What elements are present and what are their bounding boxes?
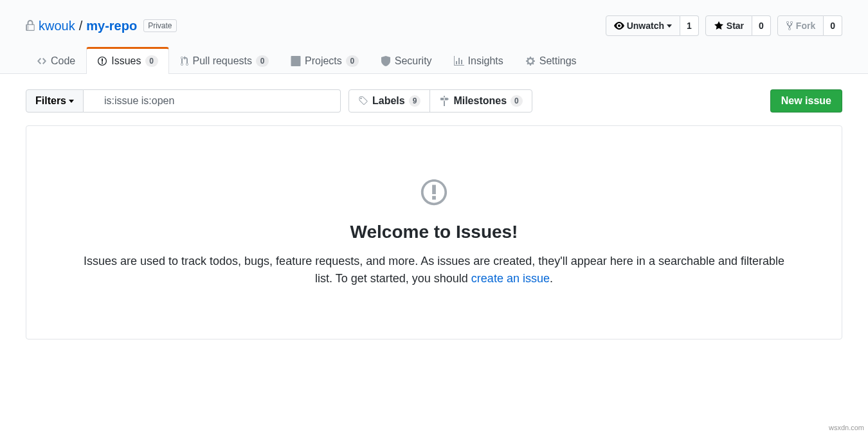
new-issue-button[interactable]: New issue [770,89,842,113]
blankslate-title: Welcome to Issues! [52,222,816,242]
caret-down-icon [69,100,74,103]
tab-code[interactable]: Code [26,47,86,74]
tab-issues[interactable]: Issues 0 [86,47,168,74]
code-icon [37,56,47,66]
milestone-icon [439,96,449,106]
blankslate-description: Issues are used to track todos, bugs, fe… [80,253,788,287]
lock-icon [26,20,35,32]
create-issue-link[interactable]: create an issue [471,272,550,285]
caret-down-icon [667,24,672,28]
milestones-link[interactable]: Milestones 0 [430,90,531,112]
labels-link[interactable]: Labels 9 [349,90,430,112]
fork-button[interactable]: Fork [777,15,824,36]
milestones-count: 0 [511,95,523,107]
repo-visibility-badge: Private [143,19,176,32]
tag-icon [358,96,368,106]
repo-name-link[interactable]: my-repo [86,19,137,33]
issues-count: 0 [145,55,158,67]
project-icon [291,56,301,66]
pagehead-actions: Unwatch 1 Star 0 Fork 0 [606,15,842,36]
shield-icon [381,56,391,66]
watch-count[interactable]: 1 [680,15,699,36]
labels-count: 9 [409,95,421,107]
issues-blankslate: Welcome to Issues! Issues are used to tr… [26,125,842,339]
graph-icon [454,56,464,66]
issues-search-input[interactable] [84,89,341,113]
tab-settings[interactable]: Settings [514,47,588,74]
repo-owner-link[interactable]: kwouk [39,19,75,33]
issues-subnav: Filters Labels 9 Milestones 0 New issue [26,89,842,113]
tab-pull-requests[interactable]: Pull requests 0 [169,47,280,74]
gear-icon [525,56,536,66]
pulls-count: 0 [256,55,269,67]
unwatch-button[interactable]: Unwatch [606,15,680,36]
star-icon [714,21,724,31]
fork-count[interactable]: 0 [824,15,842,36]
star-count[interactable]: 0 [752,15,771,36]
repo-nav: Code Issues 0 Pull requests 0 Projects 0… [0,46,868,73]
issue-opened-icon [419,177,449,207]
tab-insights[interactable]: Insights [443,47,514,74]
eye-icon [614,21,624,31]
tab-security[interactable]: Security [370,47,443,74]
filters-button[interactable]: Filters [26,89,84,113]
pull-request-icon [180,56,189,66]
repo-title: kwouk / my-repo Private [26,19,177,33]
issue-icon [97,56,107,66]
tab-projects[interactable]: Projects 0 [280,47,370,74]
fork-icon [786,21,793,31]
star-button[interactable]: Star [705,15,752,36]
projects-count: 0 [346,55,359,67]
